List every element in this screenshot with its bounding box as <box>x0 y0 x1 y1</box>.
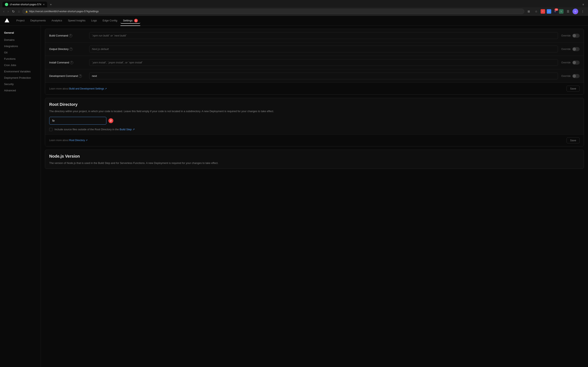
settings-badge: 1 <box>134 19 138 22</box>
nav-settings[interactable]: Settings 1 <box>121 17 140 24</box>
development-command-label: Development Command ? <box>49 75 86 78</box>
development-command-override-label: Override <box>561 75 571 77</box>
sidebar-item-git[interactable]: Git <box>0 49 41 56</box>
nav-logs[interactable]: Logs <box>89 18 99 23</box>
development-command-toggle[interactable] <box>572 74 580 78</box>
sidebar-item-integrations[interactable]: Integrations <box>0 43 41 49</box>
user-avatar[interactable]: U <box>572 8 578 14</box>
menu-button[interactable]: ⋮ <box>580 8 586 14</box>
sidebar-item-advanced[interactable]: Advanced <box>0 87 41 94</box>
output-directory-label: Output Directory ? <box>49 48 86 51</box>
vercel-logo <box>4 18 10 24</box>
output-directory-override: Override <box>561 47 580 51</box>
main-layout: General Domains Integrations Git Functio… <box>0 25 588 367</box>
settings-content: Build Command ? Override Output Director… <box>41 25 588 367</box>
root-directory-description: The directory within your project, in wh… <box>45 108 584 117</box>
root-directory-title: Root Directory <box>45 98 584 108</box>
root-directory-footer: Learn more about Root Directory ↗ Save <box>45 134 584 146</box>
root-directory-footer-text: Learn more about Root Directory ↗ <box>49 139 87 142</box>
root-directory-save-button[interactable]: Save <box>567 137 580 143</box>
refresh-button[interactable]: ↻ <box>11 9 16 14</box>
sidebar-item-security[interactable]: Security <box>0 81 41 87</box>
tab-list-button[interactable]: ≡ <box>581 2 586 7</box>
build-command-row: Build Command ? Override <box>45 29 584 42</box>
output-directory-override-label: Override <box>561 48 571 50</box>
nodejs-title: Node.js Version <box>45 150 584 159</box>
ext5-button[interactable]: ☰ <box>565 8 571 14</box>
build-settings-footer-text: Learn more about Build and Development S… <box>49 87 107 90</box>
annotation-badge-2: 2 <box>108 118 113 123</box>
root-directory-section: Root Directory The directory within your… <box>45 98 584 146</box>
development-command-row: Development Command ? Override <box>45 69 584 83</box>
tab-title: cf-worker-shorturl-pages-574 <box>10 3 41 6</box>
build-settings-footer: Learn more about Build and Development S… <box>45 83 584 94</box>
build-step-link[interactable]: Build Step ↗ <box>120 128 135 131</box>
back-button[interactable]: ‹ <box>2 9 5 14</box>
build-settings-grid: Build Command ? Override Output Director… <box>45 29 584 83</box>
sidebar-item-general[interactable]: General <box>0 30 41 37</box>
sidebar-item-environment-variables[interactable]: Environment Variables <box>0 68 41 75</box>
ext3-button[interactable]: N <box>553 9 557 14</box>
build-command-label: Build Command ? <box>49 34 86 37</box>
lock-icon: 🔒 <box>25 10 28 13</box>
install-command-override-label: Override <box>561 61 571 64</box>
include-source-files-checkbox[interactable] <box>49 128 52 131</box>
nav-project[interactable]: Project <box>14 18 27 23</box>
app-nav: Project Deployments Analytics Speed Insi… <box>0 16 588 25</box>
build-command-toggle[interactable] <box>572 34 580 38</box>
extensions-button[interactable]: ⊞ <box>526 8 532 14</box>
install-command-input[interactable] <box>89 59 558 66</box>
sidebar: General Domains Integrations Git Functio… <box>0 25 41 367</box>
nav-speed-insights[interactable]: Speed Insights <box>65 18 88 23</box>
home-button[interactable]: ⌂ <box>17 9 21 14</box>
development-command-help-icon[interactable]: ? <box>79 75 82 78</box>
sidebar-item-domains[interactable]: Domains <box>0 37 41 43</box>
browser-actions: ⊞ ☆ F M N V ☰ U ⋮ <box>526 8 586 14</box>
nodejs-section: Node.js Version The version of Node.js t… <box>45 150 584 169</box>
sidebar-item-functions[interactable]: Functions <box>0 56 41 62</box>
checkbox-row: Include source files outside of the Root… <box>45 128 584 134</box>
ext1-button[interactable]: F <box>541 9 545 14</box>
star-button[interactable]: ☆ <box>533 8 539 14</box>
nodejs-description: The version of Node.js that is used in t… <box>45 159 584 169</box>
root-directory-link[interactable]: Root Directory ↗ <box>69 139 87 142</box>
url-bar[interactable]: 🔒 https://vercel.com/likenttt/cf-worker-… <box>22 9 524 14</box>
build-command-input[interactable] <box>89 32 558 39</box>
output-directory-input[interactable] <box>89 46 558 52</box>
address-bar: ‹ › ↻ ⌂ 🔒 https://vercel.com/likenttt/cf… <box>0 7 588 16</box>
install-command-row: Install Command ? Override <box>45 56 584 69</box>
output-directory-help-icon[interactable]: ? <box>69 48 73 51</box>
tab-close-button[interactable]: ✕ <box>43 3 45 6</box>
build-settings-save-button[interactable]: Save <box>567 86 580 92</box>
checkbox-label: Include source files outside of the Root… <box>54 128 135 131</box>
sidebar-item-deployment-protection[interactable]: Deployment Protection <box>0 75 41 81</box>
install-command-toggle[interactable] <box>572 60 580 65</box>
forward-button[interactable]: › <box>7 9 9 14</box>
tab-favicon <box>5 3 8 6</box>
ext4-button[interactable]: V <box>559 9 563 14</box>
nav-analytics[interactable]: Analytics <box>49 18 65 23</box>
root-directory-input[interactable] <box>49 117 106 125</box>
ext2-button[interactable]: M <box>547 9 551 14</box>
install-command-override: Override <box>561 60 580 65</box>
sidebar-item-cron-jobs[interactable]: Cron Jobs <box>0 62 41 68</box>
build-command-override-label: Override <box>561 34 571 37</box>
output-directory-row: Output Directory ? Override <box>45 42 584 56</box>
output-directory-toggle[interactable] <box>572 47 580 51</box>
root-directory-input-row: 2 <box>45 117 584 128</box>
build-settings-section: Build Command ? Override Output Director… <box>45 29 584 95</box>
nav-deployments[interactable]: Deployments <box>28 18 48 23</box>
tab-bar: cf-worker-shorturl-pages-574 ✕ + ≡ <box>0 0 588 7</box>
nav-edge-config[interactable]: Edge Config <box>100 18 120 23</box>
browser-chrome: cf-worker-shorturl-pages-574 ✕ + ≡ ‹ › ↻… <box>0 0 588 16</box>
build-command-override: Override <box>561 34 580 38</box>
new-tab-button[interactable]: + <box>48 2 54 7</box>
build-settings-link[interactable]: Build and Development Settings ↗ <box>69 87 107 90</box>
development-command-input[interactable] <box>89 73 558 79</box>
active-tab[interactable]: cf-worker-shorturl-pages-574 ✕ <box>2 2 47 7</box>
development-command-override: Override <box>561 74 580 78</box>
build-command-help-icon[interactable]: ? <box>69 34 72 37</box>
install-command-label: Install Command ? <box>49 61 86 64</box>
url-text: https://vercel.com/likenttt/cf-worker-sh… <box>29 10 99 13</box>
install-command-help-icon[interactable]: ? <box>70 61 73 64</box>
